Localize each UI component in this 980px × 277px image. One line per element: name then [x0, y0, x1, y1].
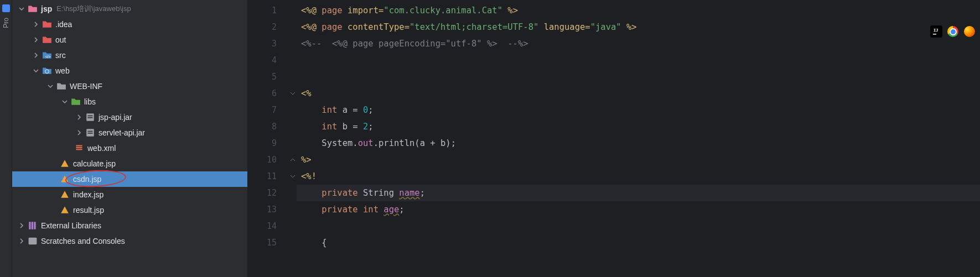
tree-root-jsp[interactable]: jsp E:\hsp培训\javaweb\jsp — [12, 1, 247, 17]
chevron-right-icon[interactable] — [74, 112, 84, 122]
tree-label: External Libraries — [41, 221, 101, 230]
line-number: 10 — [248, 151, 277, 168]
code-line: <%-- <%@ page pageEncoding="utf-8" %> --… — [297, 35, 980, 52]
tree-item-calculate[interactable]: calculate.jsp — [12, 156, 247, 171]
jar-icon — [85, 128, 95, 138]
tree-item-libs[interactable]: libs — [12, 94, 247, 109]
code-line: <% — [297, 85, 980, 102]
web-folder-icon — [42, 66, 52, 76]
tree-item-index[interactable]: index.jsp — [12, 187, 247, 202]
fold-icon[interactable] — [289, 151, 297, 168]
svg-rect-9 — [76, 149, 82, 150]
line-number: 11 — [248, 168, 277, 185]
code-line: int a = 0; — [297, 102, 980, 118]
code-line: private int age; — [297, 201, 980, 218]
tree-label: Scratches and Consoles — [41, 237, 125, 245]
tree-item-csdn[interactable]: csdn.jsp — [12, 171, 247, 187]
fold-icon[interactable] — [289, 85, 297, 102]
line-number: 12 — [248, 185, 277, 201]
svg-rect-12 — [32, 222, 33, 229]
code-area[interactable]: <%@ page import="com.clucky.animal.Cat" … — [297, 0, 980, 277]
line-number: 1 — [248, 2, 277, 19]
intellij-icon[interactable]: IJ — [930, 25, 942, 38]
chevron-right-icon[interactable] — [31, 35, 41, 45]
code-line: <%! — [297, 168, 980, 185]
tree-item-scratches[interactable]: Scratches and Consoles — [12, 233, 247, 249]
tree-item-idea[interactable]: .idea — [12, 17, 247, 32]
line-number: 9 — [248, 135, 277, 151]
chevron-right-icon[interactable] — [17, 221, 27, 231]
folder-icon — [28, 4, 38, 14]
svg-rect-15 — [29, 238, 37, 239]
chevron-down-icon[interactable] — [31, 66, 41, 76]
line-number: 8 — [248, 118, 277, 135]
tree-label: .idea — [55, 20, 72, 29]
src-folder-icon: </> — [42, 50, 52, 60]
jsp-icon — [60, 205, 70, 215]
tree-item-out[interactable]: out — [12, 32, 247, 48]
tree-label: calculate.jsp — [73, 159, 116, 168]
tree-item-webinf[interactable]: WEB-INF — [12, 79, 247, 94]
svg-rect-13 — [34, 222, 35, 229]
svg-rect-3 — [88, 116, 93, 117]
tree-item-src[interactable]: </> src — [12, 48, 247, 63]
xml-icon — [74, 143, 84, 153]
tree-label: jsp — [41, 4, 52, 13]
svg-rect-8 — [76, 147, 82, 148]
line-number: 13 — [248, 201, 277, 218]
code-line — [297, 218, 980, 234]
svg-rect-6 — [88, 131, 93, 132]
tree-label: web.xml — [87, 144, 116, 153]
chevron-down-icon[interactable] — [45, 81, 55, 91]
svg-rect-10 — [76, 145, 82, 146]
chevron-right-icon[interactable] — [74, 128, 84, 138]
chevron-down-icon[interactable] — [17, 4, 27, 14]
tree-label: libs — [84, 97, 96, 106]
tool-window-bar[interactable]: Pro — [0, 0, 12, 277]
code-line: <%@ page contentType="text/html;charset=… — [297, 19, 980, 35]
svg-text:IJ: IJ — [934, 28, 938, 33]
chevron-right-icon[interactable] — [17, 236, 27, 246]
project-tree[interactable]: jsp E:\hsp培训\javaweb\jsp .idea out </> s… — [12, 0, 248, 277]
svg-rect-11 — [29, 222, 30, 229]
tree-label: WEB-INF — [70, 82, 102, 91]
tree-item-result[interactable]: result.jsp — [12, 202, 247, 218]
tree-item-jspapi[interactable]: jsp-api.jar — [12, 109, 247, 125]
library-icon — [28, 221, 38, 231]
tree-label: src — [55, 51, 66, 60]
tree-item-extlib[interactable]: External Libraries — [12, 218, 247, 233]
jsp-icon — [60, 174, 70, 184]
fold-column — [289, 0, 297, 277]
editor[interactable]: 1 2 3 4 5 6 7 8 9 10 11 12 13 14 15 <%@ … — [248, 0, 980, 277]
tree-label: csdn.jsp — [73, 175, 101, 184]
folder-icon — [56, 81, 66, 91]
tree-label: servlet-api.jar — [98, 128, 145, 137]
project-tool-label: Pro — [2, 18, 10, 28]
tree-item-servletapi[interactable]: servlet-api.jar — [12, 125, 247, 140]
firefox-icon[interactable] — [963, 25, 976, 38]
jsp-icon — [60, 190, 70, 200]
tree-label: out — [55, 35, 66, 44]
code-line: %> — [297, 151, 980, 168]
chrome-icon[interactable] — [947, 25, 959, 38]
code-line — [297, 52, 980, 69]
tree-label: index.jsp — [73, 190, 103, 199]
tree-item-web[interactable]: web — [12, 63, 247, 79]
chevron-right-icon[interactable] — [31, 50, 41, 60]
tree-label: web — [55, 66, 70, 75]
line-number: 5 — [248, 69, 277, 85]
tree-label: result.jsp — [73, 206, 104, 215]
tree-item-webxml[interactable]: web.xml — [12, 140, 247, 156]
project-tool-icon — [2, 4, 10, 12]
jar-icon — [85, 112, 95, 122]
line-number: 14 — [248, 218, 277, 234]
folder-icon — [42, 35, 52, 45]
browser-toolbar: IJ — [930, 25, 976, 38]
chevron-right-icon[interactable] — [31, 19, 41, 29]
fold-icon[interactable] — [289, 168, 297, 185]
code-line: int b = 2; — [297, 118, 980, 135]
code-line — [297, 69, 980, 85]
chevron-down-icon[interactable] — [60, 97, 70, 107]
svg-text:</>: </> — [45, 55, 51, 59]
console-icon — [28, 236, 38, 246]
